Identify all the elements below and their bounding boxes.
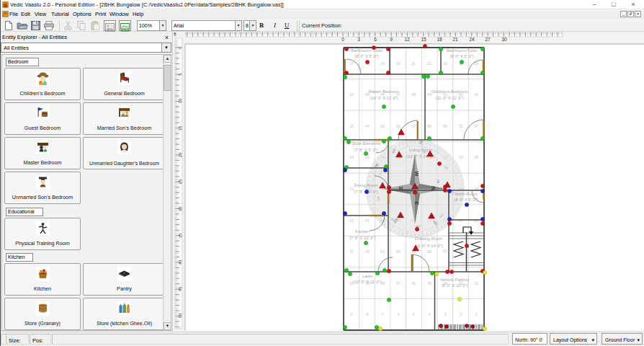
svg-text:11: 11 <box>349 249 354 254</box>
svg-text:10: 10 <box>178 98 182 103</box>
svg-text:37: 37 <box>396 281 401 285</box>
svg-text:Bathroom+ Toilet: Bathroom+ Toilet <box>351 48 383 53</box>
svg-text:55: 55 <box>459 218 463 223</box>
svg-text:57: 57 <box>443 249 447 254</box>
svg-text:(10' 0" X 11' 0"): (10' 0" X 11' 0") <box>353 280 381 284</box>
svg-text:9: 9 <box>390 37 393 42</box>
svg-text:1: 1 <box>475 312 478 316</box>
svg-text:(7' 6" X 5' 0"): (7' 6" X 5' 0") <box>354 148 377 152</box>
svg-text:(8' 6" X 5' 0"): (8' 6" X 5' 0") <box>454 198 478 202</box>
svg-text:(7' 6" X 10' 0"): (7' 6" X 10' 0") <box>349 236 376 240</box>
svg-text:53: 53 <box>459 155 463 159</box>
svg-text:0: 0 <box>341 37 344 42</box>
svg-text:43: 43 <box>365 155 370 159</box>
svg-text:30: 30 <box>501 37 507 42</box>
svg-text:40: 40 <box>365 249 370 254</box>
svg-text:(14' 0" X 11' 0"): (14' 0" X 11' 0") <box>370 96 398 100</box>
svg-text:41: 41 <box>365 218 370 223</box>
svg-text:27: 27 <box>474 124 478 128</box>
svg-text:16: 16 <box>349 92 354 97</box>
svg-text:65: 65 <box>380 124 385 128</box>
svg-text:8: 8 <box>367 312 369 316</box>
svg-text:20: 20 <box>396 61 401 66</box>
svg-text:58: 58 <box>427 249 431 254</box>
svg-text:68: 68 <box>427 124 431 128</box>
svg-text:Wash Room: Wash Room <box>455 192 478 196</box>
svg-text:22: 22 <box>427 61 431 66</box>
svg-text:18: 18 <box>437 37 442 42</box>
svg-text:35: 35 <box>178 233 182 238</box>
svg-text:6: 6 <box>374 37 377 42</box>
svg-text:Store Elements: Store Elements <box>352 141 380 146</box>
svg-text:S: S <box>398 186 404 190</box>
svg-text:3: 3 <box>357 37 360 42</box>
svg-text:E: E <box>413 201 420 205</box>
svg-text:21: 21 <box>411 61 416 66</box>
svg-text:26: 26 <box>474 92 478 97</box>
svg-text:17: 17 <box>349 61 354 66</box>
svg-text:12: 12 <box>349 218 354 223</box>
svg-text:15: 15 <box>349 124 354 128</box>
svg-text:50: 50 <box>178 313 182 318</box>
svg-text:N: N <box>430 186 437 190</box>
svg-text:52: 52 <box>459 124 463 128</box>
svg-text:15: 15 <box>178 125 182 130</box>
svg-text:Drawing Room: Drawing Room <box>415 236 443 241</box>
svg-text:Kitchen: Kitchen <box>355 229 369 234</box>
svg-text:(11' 0" X 11' 0"): (11' 0" X 11' 0") <box>436 96 464 100</box>
svg-text:5: 5 <box>413 312 415 316</box>
svg-text:25: 25 <box>178 179 182 184</box>
svg-text:45: 45 <box>178 286 182 291</box>
svg-text:67: 67 <box>411 124 416 128</box>
svg-text:35: 35 <box>427 281 431 285</box>
svg-text:20: 20 <box>178 152 182 157</box>
svg-text:21: 21 <box>452 37 458 42</box>
svg-text:40: 40 <box>178 260 182 265</box>
svg-text:28: 28 <box>474 155 478 159</box>
svg-text:W: W <box>413 171 420 177</box>
svg-text:66: 66 <box>396 124 401 128</box>
svg-text:23: 23 <box>443 61 447 66</box>
svg-text:4: 4 <box>429 312 431 316</box>
svg-text:6: 6 <box>398 312 400 316</box>
svg-text:Vehicle Parking: Vehicle Parking <box>440 278 469 282</box>
svg-text:Dining Room: Dining Room <box>354 183 378 187</box>
svg-text:(8' 0" X 5' 0"): (8' 0" X 5' 0") <box>450 54 473 58</box>
svg-text:48: 48 <box>411 92 416 97</box>
svg-text:32: 32 <box>474 281 478 285</box>
svg-text:36: 36 <box>411 281 416 285</box>
svg-text:Children's Bedroom: Children's Bedroom <box>431 89 468 94</box>
svg-text:(9' 0" X 10' 0"): (9' 0" X 10' 0") <box>442 283 468 288</box>
svg-text:Lawn: Lawn <box>362 274 372 278</box>
svg-text:61: 61 <box>380 249 385 254</box>
svg-text:2: 2 <box>460 312 462 316</box>
svg-text:3: 3 <box>444 312 447 316</box>
svg-text:60: 60 <box>396 249 401 254</box>
svg-text:44: 44 <box>365 124 370 128</box>
svg-text:Bathroom+Toilet: Bathroom+Toilet <box>447 48 477 53</box>
svg-text:30: 30 <box>178 206 182 211</box>
svg-text:7: 7 <box>382 312 384 316</box>
svg-text:19: 19 <box>380 61 385 66</box>
svg-text:(11' 0" X 14' 9"): (11' 0" X 14' 9") <box>414 244 442 248</box>
svg-text:14: 14 <box>349 155 354 159</box>
svg-text:Living Room: Living Room <box>409 148 432 152</box>
svg-text:ft: ft <box>174 32 176 37</box>
svg-text:27: 27 <box>485 37 491 42</box>
svg-text:30: 30 <box>474 218 478 223</box>
svg-text:(8' 0" X 5' 0"): (8' 0" X 5' 0") <box>354 54 378 58</box>
svg-text:12: 12 <box>404 37 410 42</box>
svg-text:9: 9 <box>351 312 353 316</box>
svg-text:13: 13 <box>349 187 354 191</box>
svg-text:69: 69 <box>443 124 447 128</box>
svg-text:Master Bedroom: Master Bedroom <box>369 89 400 94</box>
svg-text:24: 24 <box>469 37 475 42</box>
svg-text:15: 15 <box>421 37 426 42</box>
